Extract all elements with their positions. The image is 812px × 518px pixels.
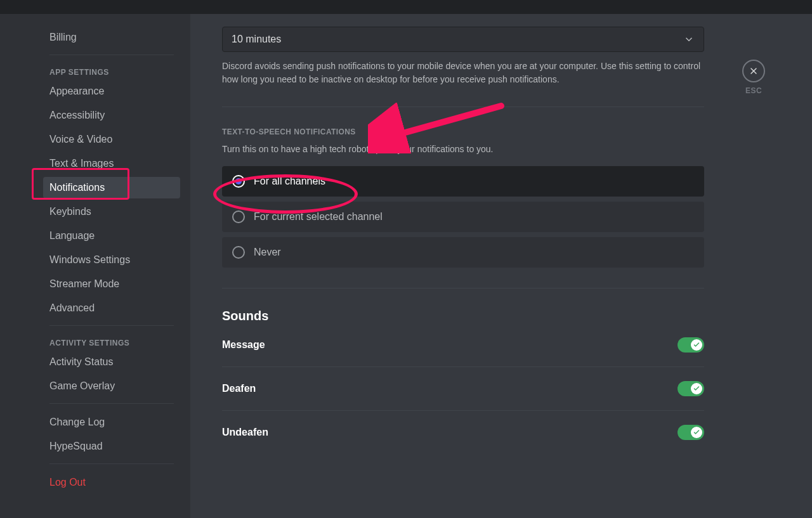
tts-radio-group: For all channels For current selected ch… — [222, 166, 704, 268]
chevron-down-icon — [683, 34, 695, 45]
sidebar-item-hypesquad[interactable]: HypeSquad — [43, 436, 180, 457]
sidebar-item-appearance[interactable]: Appearance — [43, 81, 180, 102]
sidebar-item-change-log[interactable]: Change Log — [43, 411, 180, 433]
sidebar-item-voice-video[interactable]: Voice & Video — [43, 129, 180, 150]
sound-label: Message — [222, 339, 265, 351]
tts-option-label: For all channels — [254, 176, 325, 187]
settings-content: 10 minutes Discord avoids sending push n… — [190, 14, 812, 518]
tts-section-description: Turn this on to have a high tech robot s… — [222, 143, 704, 156]
push-timeout-value: 10 minutes — [232, 34, 281, 45]
sidebar-item-accessibility[interactable]: Accessibility — [43, 105, 180, 126]
tts-section-header: Text-to-Speech Notifications — [222, 127, 704, 136]
tts-option-current-channel[interactable]: For current selected channel — [222, 202, 704, 232]
sound-toggle-deafen[interactable] — [678, 381, 704, 396]
sidebar-item-text-images[interactable]: Text & Images — [43, 153, 180, 174]
push-timeout-select[interactable]: 10 minutes — [222, 27, 704, 52]
radio-icon — [232, 210, 245, 223]
section-divider — [222, 107, 704, 107]
sidebar-item-windows-settings[interactable]: Windows Settings — [43, 249, 180, 271]
sidebar-item-activity-status[interactable]: Activity Status — [43, 351, 180, 373]
settings-sidebar: Billing App Settings Appearance Accessib… — [0, 14, 190, 518]
tts-option-all-channels[interactable]: For all channels — [222, 166, 704, 197]
close-icon — [749, 66, 759, 76]
sidebar-item-keybinds[interactable]: Keybinds — [43, 201, 180, 223]
sounds-header: Sounds — [222, 309, 704, 323]
window-titlebar — [0, 0, 812, 14]
tts-option-label: For current selected channel — [254, 211, 383, 223]
sidebar-item-advanced[interactable]: Advanced — [43, 297, 180, 319]
close-button[interactable] — [742, 60, 765, 82]
sidebar-separator — [49, 463, 174, 464]
push-timeout-description: Discord avoids sending push notification… — [222, 60, 704, 86]
sidebar-item-streamer-mode[interactable]: Streamer Mode — [43, 273, 180, 295]
sidebar-item-logout[interactable]: Log Out — [43, 472, 180, 493]
radio-icon — [232, 246, 245, 259]
sidebar-header-app-settings: App Settings — [43, 63, 180, 81]
toggle-knob — [691, 427, 702, 438]
radio-icon — [232, 175, 245, 188]
sound-label: Deafen — [222, 383, 256, 394]
sidebar-item-language[interactable]: Language — [43, 225, 180, 247]
sidebar-separator — [49, 403, 174, 404]
sidebar-item-game-overlay[interactable]: Game Overlay — [43, 375, 180, 397]
check-icon — [693, 341, 700, 349]
sound-row-deafen: Deafen — [222, 367, 704, 411]
close-settings: ESC — [742, 60, 765, 95]
toggle-knob — [691, 383, 702, 394]
sound-row-message: Message — [222, 323, 704, 367]
sidebar-item-billing[interactable]: Billing — [43, 27, 180, 48]
sound-toggle-undeafen[interactable] — [678, 425, 704, 440]
esc-label: ESC — [745, 86, 762, 95]
tts-option-never[interactable]: Never — [222, 237, 704, 268]
check-icon — [693, 429, 700, 436]
sidebar-separator — [49, 325, 174, 326]
sidebar-item-notifications[interactable]: Notifications — [43, 177, 180, 198]
check-icon — [693, 385, 700, 392]
sidebar-separator — [49, 55, 174, 55]
sidebar-header-activity-settings: Activity Settings — [43, 333, 180, 351]
sound-label: Undeafen — [222, 427, 268, 438]
tts-option-label: Never — [254, 247, 281, 258]
sound-toggle-message[interactable] — [678, 337, 704, 353]
section-divider — [222, 288, 704, 288]
toggle-knob — [691, 339, 702, 351]
sound-row-undeafen: Undeafen — [222, 411, 704, 454]
